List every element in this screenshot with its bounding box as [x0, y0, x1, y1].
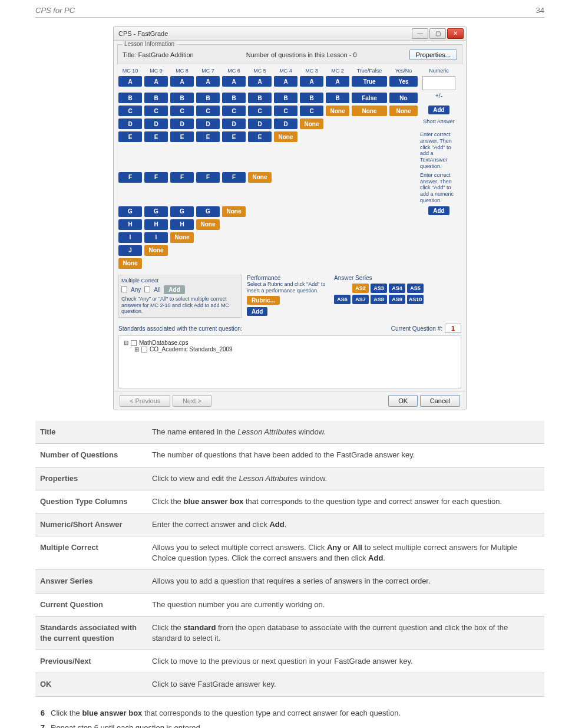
properties-button[interactable]: Properties...	[409, 50, 457, 60]
answer-button[interactable]: D	[170, 118, 194, 129]
ok-button[interactable]: OK	[388, 395, 418, 407]
tree-child[interactable]: CO_Academic Standards_2009	[150, 346, 233, 353]
def-desc: Click to view and edit the Lesson Attrib…	[147, 467, 544, 490]
answer-button[interactable]: None	[118, 258, 142, 269]
answer-button[interactable]: B	[170, 93, 194, 103]
answer-button[interactable]: None	[196, 219, 220, 230]
numeric-add-button[interactable]: Add	[428, 106, 449, 114]
answer-button[interactable]: A	[118, 76, 142, 87]
answer-button[interactable]: C	[196, 106, 220, 116]
next-button[interactable]: Next >	[173, 395, 211, 407]
aseries-button[interactable]: AS8	[371, 295, 387, 304]
answer-button[interactable]: A	[274, 76, 297, 87]
aseries-button[interactable]: AS3	[371, 284, 387, 293]
answer-button[interactable]: F	[196, 172, 220, 183]
aseries-button[interactable]: AS4	[389, 284, 405, 293]
answer-button[interactable]: C	[300, 106, 323, 116]
answer-button[interactable]: C	[248, 106, 272, 116]
answer-button[interactable]: B	[222, 93, 246, 103]
aseries-button[interactable]: AS6	[334, 295, 351, 304]
any-checkbox[interactable]	[121, 286, 127, 292]
answer-button[interactable]: False	[352, 93, 387, 103]
answer-button[interactable]: F	[144, 172, 168, 183]
col-head: Numeric	[420, 68, 458, 74]
answer-button[interactable]: C	[144, 106, 168, 116]
answer-button[interactable]: D	[118, 118, 142, 129]
numeric-input[interactable]	[422, 76, 455, 90]
answer-button[interactable]: I	[144, 232, 168, 243]
answer-button[interactable]: E	[170, 131, 194, 142]
answer-button[interactable]: J	[118, 245, 142, 256]
answer-button[interactable]: A	[144, 76, 168, 87]
answer-button[interactable]: No	[389, 93, 418, 103]
answer-button[interactable]: B	[300, 93, 323, 103]
standards-tree[interactable]: ⊟MathDatabase.cps ⊞CO_Academic Standards…	[118, 335, 461, 388]
aseries-button[interactable]: AS9	[389, 295, 405, 304]
answer-button[interactable]: None	[389, 106, 418, 116]
prev-button[interactable]: < Previous	[120, 395, 170, 407]
answer-button[interactable]: E	[196, 131, 220, 142]
aseries-button[interactable]: AS7	[352, 295, 369, 304]
rubric-button[interactable]: Rubric...	[247, 296, 280, 305]
answer-button[interactable]: E	[118, 131, 142, 142]
answer-button[interactable]: None	[274, 131, 297, 142]
answer-button[interactable]: B	[248, 93, 272, 103]
answer-button[interactable]: E	[248, 131, 272, 142]
minimize-icon[interactable]: —	[412, 28, 428, 39]
answer-button[interactable]: H	[118, 219, 142, 230]
answer-button[interactable]: F	[222, 172, 246, 183]
perf-add[interactable]: Add	[247, 307, 267, 316]
answer-button[interactable]: D	[144, 118, 168, 129]
answer-button[interactable]: A	[196, 76, 220, 87]
cancel-button[interactable]: Cancel	[420, 395, 460, 407]
answer-button[interactable]: None	[326, 106, 349, 116]
answer-button[interactable]: G	[144, 206, 168, 217]
close-icon[interactable]: ✕	[447, 28, 464, 39]
sa-add-button[interactable]: Add	[428, 206, 449, 215]
answer-button[interactable]: None	[144, 245, 168, 256]
maximize-icon[interactable]: ▢	[429, 28, 446, 39]
answer-button[interactable]: True	[352, 76, 387, 87]
answer-button[interactable]: D	[222, 118, 246, 129]
answer-button[interactable]: B	[144, 93, 168, 103]
answer-button[interactable]: A	[300, 76, 323, 87]
answer-button[interactable]: I	[118, 232, 142, 243]
answer-button[interactable]: F	[118, 172, 142, 183]
answer-button[interactable]: A	[326, 76, 349, 87]
answer-button[interactable]: F	[170, 172, 194, 183]
answer-button[interactable]: None	[170, 232, 194, 243]
answer-button[interactable]: A	[222, 76, 246, 87]
answer-button[interactable]: D	[196, 118, 220, 129]
answer-button[interactable]: D	[274, 118, 297, 129]
answer-button[interactable]: None	[300, 118, 323, 129]
answer-button[interactable]: C	[222, 106, 246, 116]
answer-button[interactable]: C	[118, 106, 142, 116]
answer-button[interactable]: None	[248, 172, 272, 183]
answer-button[interactable]: B	[196, 93, 220, 103]
answer-button[interactable]: None	[222, 206, 246, 217]
answer-button[interactable]: G	[196, 206, 220, 217]
answer-button[interactable]: A	[170, 76, 194, 87]
answer-button[interactable]: B	[118, 93, 142, 103]
answer-button[interactable]: G	[170, 206, 194, 217]
answer-button[interactable]: A	[248, 76, 272, 87]
answer-button[interactable]: D	[248, 118, 272, 129]
tree-root[interactable]: MathDatabase.cps	[139, 340, 188, 346]
answer-button[interactable]: B	[326, 93, 349, 103]
aseries-button[interactable]: AS10	[407, 295, 424, 304]
multcorr-add[interactable]: Add	[164, 285, 184, 294]
answer-button[interactable]: Yes	[389, 76, 418, 87]
answer-button[interactable]: C	[170, 106, 194, 116]
answer-button[interactable]: H	[144, 219, 168, 230]
aseries-button[interactable]: AS5	[407, 284, 424, 293]
answer-button[interactable]: E	[144, 131, 168, 142]
aseries-button[interactable]: AS2	[352, 284, 369, 293]
answer-button[interactable]: B	[274, 93, 297, 103]
answer-button[interactable]: H	[170, 219, 194, 230]
answer-button[interactable]: E	[222, 131, 246, 142]
answer-button[interactable]: G	[118, 206, 142, 217]
answer-button[interactable]: C	[274, 106, 297, 116]
all-checkbox[interactable]	[144, 286, 150, 292]
col-head: True/False	[352, 68, 387, 74]
answer-button[interactable]: None	[352, 106, 387, 116]
